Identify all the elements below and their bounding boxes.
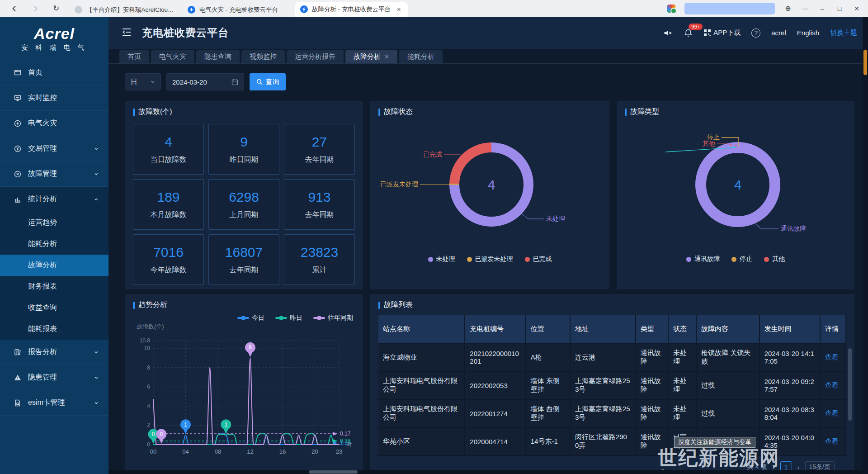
view-detail-link[interactable]: 查看: [820, 371, 846, 399]
tab-energy-analysis[interactable]: 能耗分析: [399, 50, 443, 63]
theme-switch-link[interactable]: 切换主题: [830, 28, 857, 37]
table-row: 华苑小区202000471414号东-1闵行区北翟路2900弄通讯故障已完成过载…: [378, 427, 846, 455]
extension-icon[interactable]: [667, 5, 675, 13]
legend-item[interactable]: 往年同期: [313, 314, 353, 322]
table-scrollbar-thumb[interactable]: [848, 348, 852, 421]
sidebar-item-realtime-monitor[interactable]: 实时监控: [0, 85, 108, 111]
sidebar-item-transaction-mgmt[interactable]: 交易管理: [0, 136, 108, 161]
svg-text:1: 1: [184, 422, 187, 428]
language-switch[interactable]: English: [797, 29, 819, 37]
tab-home[interactable]: 首页: [119, 50, 149, 63]
sidebar-item-home[interactable]: 首页: [0, 60, 108, 85]
chevron-down-icon: [92, 401, 100, 405]
panel-fault-status: 故障状态 已完成 已派发未处理 未处理 4 未处理: [370, 101, 609, 289]
browser-tab-1[interactable]: 【平台介绍】安科瑞AcrelCloud-9: [69, 3, 182, 17]
tab-fault-analysis-active[interactable]: 故障分析 ✕: [345, 50, 397, 63]
sidebar-collapse-icon[interactable]: [121, 27, 132, 39]
filter-bar: 日 2024-03-20 查询: [125, 73, 868, 91]
table-cell: 通讯故障: [636, 427, 668, 455]
table-cell: 墙体 西侧壁挂: [526, 399, 570, 427]
browser-tab-2[interactable]: 电气火灾 - 充电桩收费云平台: [182, 3, 295, 17]
panel-fault-list: 故障列表 站点名称 充电桩编号 位置: [370, 294, 854, 474]
table-cell: 14号东-1: [526, 427, 570, 455]
table-cell: 华苑小区: [378, 427, 465, 455]
window-restore-icon[interactable]: □: [835, 5, 844, 12]
view-detail-link[interactable]: 查看: [820, 343, 846, 371]
browser-tab-3-active[interactable]: 故障分析 - 充电桩收费云平台 ✕: [295, 2, 408, 17]
browser-forward-icon[interactable]: [31, 4, 40, 13]
legend-item[interactable]: 昨日: [275, 314, 302, 322]
sidebar-subitem-financial-report[interactable]: 财务报表: [0, 276, 108, 297]
svg-text:其他: 其他: [703, 140, 716, 147]
table-header-row: 站点名称 充电桩编号 位置 地址 类型 状态 故障内容 发生时间 详情: [378, 315, 846, 343]
svg-text:16: 16: [279, 448, 286, 455]
table-cell: 连云港: [570, 343, 636, 371]
tab-electrical-fire[interactable]: 电气火灾: [151, 50, 194, 63]
browser-tabs: 【平台介绍】安科瑞AcrelCloud-9 电气火灾 - 充电桩收费云平台 故障…: [69, 0, 408, 17]
sidebar-item-hazard-mgmt[interactable]: 隐患管理: [0, 365, 108, 390]
sidebar-item-electrical-fire[interactable]: 电气火灾: [0, 111, 108, 136]
legend-item[interactable]: 停止: [731, 255, 752, 263]
tab-video-monitor[interactable]: 视频监控: [241, 50, 285, 63]
view-detail-link[interactable]: 查看: [820, 399, 846, 427]
window-minimize-icon[interactable]: –: [818, 5, 826, 12]
legend-item[interactable]: 已派发未处理: [467, 255, 513, 263]
tab-operation-report[interactable]: 运营分析报告: [287, 50, 344, 63]
notification-bell-icon[interactable]: 99+: [684, 28, 693, 38]
window-close-icon[interactable]: ✕: [853, 5, 861, 12]
sidebar-subitem-energy-report[interactable]: 能耗报表: [0, 318, 108, 340]
svg-text:未处理: 未处理: [546, 215, 565, 222]
username[interactable]: acrel: [771, 29, 786, 37]
extension-highlight[interactable]: [684, 3, 775, 14]
help-icon[interactable]: ?: [751, 28, 760, 38]
app-download-link[interactable]: APP下载: [703, 28, 741, 37]
app-header: 充电桩收费云平台 99+ APP下载 ? acrel Engli: [108, 17, 868, 49]
browser-tab-title: 故障分析 - 充电桩收费云平台: [312, 5, 391, 14]
report-icon: [14, 348, 22, 356]
tab-close-icon[interactable]: ✕: [395, 6, 402, 13]
tab-hazard-query[interactable]: 隐患查询: [196, 50, 240, 63]
sidebar-item-statistics[interactable]: 统计分析: [0, 187, 108, 212]
sidebar-subitem-operation-trend[interactable]: 运营趋势: [0, 212, 108, 233]
tab-favicon-bolt-icon: [188, 6, 195, 14]
browser-back-icon[interactable]: [10, 4, 19, 13]
sidebar-group-statistics: 统计分析 运营趋势 能耗分析 故障分析 财务报表 收益查询 能耗报表: [0, 187, 108, 340]
yen-circle-icon: [14, 145, 22, 153]
svg-text:已派发未处理: 已派发未处理: [380, 180, 418, 188]
monitor-icon: [14, 94, 22, 102]
legend-item[interactable]: 已完成: [525, 255, 552, 263]
legend-item[interactable]: 通讯故障: [686, 255, 720, 263]
brand-subtitle: 安 科 瑞 电 气: [21, 43, 87, 52]
tab-close-icon[interactable]: ✕: [384, 53, 389, 60]
sidebar-item-fault-mgmt[interactable]: 故障管理: [0, 161, 108, 187]
panel-title: 故障类型: [625, 107, 846, 117]
sidebar-subitem-revenue-query[interactable]: 收益查询: [0, 297, 108, 318]
table-cell: 上海安科瑞电气股份有限公司: [378, 399, 465, 427]
sidebar-subitem-fault-analysis-active[interactable]: 故障分析: [0, 255, 108, 276]
legend-item[interactable]: 其他: [764, 255, 785, 263]
sidebar-item-esim-card-mgmt[interactable]: esim卡管理: [0, 390, 108, 416]
date-picker[interactable]: 2024-03-20: [166, 73, 244, 90]
sidebar-subitem-energy-analysis[interactable]: 能耗分析: [0, 233, 108, 255]
sidebar-item-report-analysis[interactable]: 报告分析: [0, 340, 108, 365]
browser-refresh-icon[interactable]: ↻: [52, 4, 61, 13]
view-detail-link[interactable]: 查看: [820, 427, 846, 455]
browser-menu-icon[interactable]: ⋯: [801, 5, 809, 12]
chevron-down-icon: [92, 172, 100, 176]
vertical-scrollbar[interactable]: [863, 17, 868, 474]
query-button[interactable]: 查询: [250, 73, 286, 90]
panel-trend-analysis: 趋势分析 今日 昨日 往年同期 故障数(个) 10.81086420000408…: [125, 294, 363, 474]
svg-text:0: 0: [152, 431, 155, 437]
screen: ↻ 【平台介绍】安科瑞AcrelCloud-9 电气火灾 - 充电桩收费云平台 …: [0, 0, 868, 474]
vertical-scrollbar-thumb[interactable]: [863, 50, 867, 75]
period-select[interactable]: 日: [125, 73, 161, 90]
horizontal-scrollbar-thumb[interactable]: [309, 470, 358, 474]
fault-circle-icon: [14, 170, 22, 178]
horizontal-scrollbar[interactable]: [108, 470, 863, 474]
notification-badge: 99+: [689, 24, 703, 30]
legend-item[interactable]: 未处理: [428, 255, 455, 263]
globe-icon[interactable]: ⊕: [784, 4, 792, 13]
page-tab-bar: 首页 电气火灾 隐患查询 视频监控 运营分析报告 故障分析 ✕ 能耗分析: [108, 49, 868, 64]
mute-icon[interactable]: [663, 29, 673, 37]
legend-item[interactable]: 今日: [237, 314, 264, 322]
